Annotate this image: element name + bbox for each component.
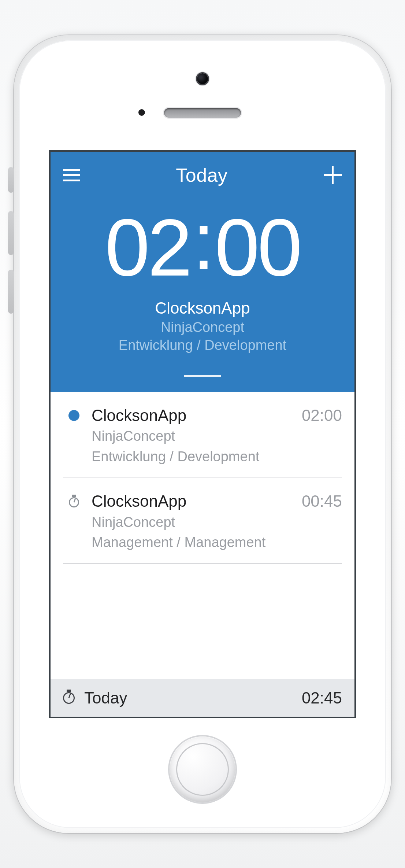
app-screen: Today 02:00 ClocksonApp NinjaConcept Ent… <box>49 150 356 718</box>
phone-volume-down <box>8 270 14 314</box>
stopwatch-icon <box>63 492 85 551</box>
summary-label: Today <box>84 689 292 707</box>
summary-total: 02:45 <box>302 689 342 707</box>
status-running-icon <box>63 406 85 466</box>
list-item[interactable]: ClocksonApp NinjaConcept Management / Ma… <box>63 477 342 564</box>
phone-body: Today 02:00 ClocksonApp NinjaConcept Ent… <box>19 40 386 828</box>
phone-volume-up <box>8 211 14 255</box>
page-title: Today <box>176 164 227 186</box>
current-project-name: ClocksonApp <box>155 299 250 317</box>
drag-handle[interactable] <box>184 375 221 377</box>
entry-duration: 02:00 <box>302 406 342 466</box>
entry-category: Management / Management <box>92 534 295 551</box>
entry-client: NinjaConcept <box>92 514 295 531</box>
phone-proximity-sensor <box>138 109 145 116</box>
phone-mockup: Today 02:00 ClocksonApp NinjaConcept Ent… <box>14 35 391 833</box>
add-button[interactable] <box>324 166 342 184</box>
phone-camera <box>197 73 208 84</box>
entry-title: ClocksonApp <box>92 406 295 425</box>
current-project-category: Entwicklung / Development <box>119 337 286 353</box>
entry-duration: 00:45 <box>302 492 342 551</box>
list-item[interactable]: ClocksonApp NinjaConcept Entwicklung / D… <box>63 392 342 478</box>
phone-speaker <box>164 108 241 118</box>
entry-title: ClocksonApp <box>92 492 295 511</box>
phone-home-button[interactable] <box>170 736 235 802</box>
timer-minutes: 00 <box>215 203 300 293</box>
menu-icon <box>63 169 80 171</box>
entries-list[interactable]: ClocksonApp NinjaConcept Entwicklung / D… <box>51 392 354 679</box>
header: Today 02:00 ClocksonApp NinjaConcept Ent… <box>51 152 354 392</box>
entry-category: Entwicklung / Development <box>92 448 295 466</box>
timer-hours: 02 <box>105 203 190 293</box>
menu-button[interactable] <box>63 169 80 181</box>
navbar: Today <box>51 152 354 190</box>
page-background: Today 02:00 ClocksonApp NinjaConcept Ent… <box>0 0 405 868</box>
stopwatch-icon <box>63 692 75 704</box>
timer-colon: : <box>190 196 215 286</box>
summary-bar[interactable]: Today 02:45 <box>51 679 354 717</box>
phone-silent-switch <box>8 167 14 193</box>
entry-client: NinjaConcept <box>92 428 295 445</box>
current-timer-value: 02:00 <box>105 207 300 288</box>
current-project-client: NinjaConcept <box>161 320 244 335</box>
